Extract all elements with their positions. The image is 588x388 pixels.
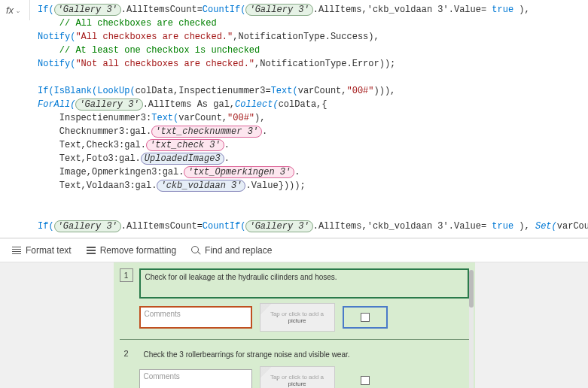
label: Remove formatting (100, 245, 176, 256)
t: .AllItems, (313, 221, 367, 232)
t: CountIf( (203, 221, 246, 232)
canvas-wrap: 1 Check for oil leakage at the hydraulic… (0, 262, 588, 388)
num: 1 (124, 271, 129, 280)
comments-input[interactable]: Comments (139, 369, 252, 388)
t: Inspectienummer3: (38, 113, 151, 123)
label: Format text (26, 245, 72, 256)
t: "00#" (347, 86, 374, 96)
t: "All checkboxes are checked." (75, 32, 233, 42)
t: = (265, 86, 270, 96)
pill: 'txt_check 3' (146, 139, 224, 151)
pill: 'txt_Opmerkingen 3' (184, 166, 294, 178)
formula-bar-row: fx ⌄ If('Gallery 3'.AllItemsCount=CountI… (0, 0, 588, 238)
formula-toolbar: Format text Remove formatting Find and r… (0, 238, 588, 262)
t: Text,Voldaan3:gal. (38, 180, 157, 191)
gallery-item-1: 1 Check for oil leakage at the hydraulic… (120, 268, 469, 299)
t: Checknummer3:gal. (38, 126, 151, 137)
t: "Not all checkboxes are checked." (75, 59, 254, 69)
t: ,NotificationType.Success), (233, 32, 379, 42)
t: IsBlank( (54, 86, 98, 96)
t: Set( (535, 221, 557, 232)
comments-input-selected[interactable]: Comments (139, 306, 252, 329)
t: .AllItems As gal, (143, 99, 235, 110)
t: If( (38, 5, 54, 15)
t: true (492, 221, 513, 232)
label: Find and replace (205, 245, 272, 256)
checkbox-icon (361, 376, 370, 385)
t: ForAll( (38, 99, 75, 110)
t: Text( (151, 113, 178, 123)
checkbox-wrap[interactable] (343, 369, 388, 388)
checkbox-wrap-selected[interactable] (343, 306, 388, 329)
gallery-item-2: 2 Check the 3 rollerbearrings for strang… (120, 347, 469, 362)
ut: Tap or click to add a picture (265, 374, 330, 387)
t: If( (38, 221, 54, 232)
t: colData,{ (279, 99, 328, 110)
remove-formatting-button[interactable]: Remove formatting (87, 245, 176, 256)
description-selected[interactable]: Check for oil leakage at the hydraulic c… (139, 268, 469, 299)
find-replace-button[interactable]: Find and replace (191, 245, 272, 256)
t: If( (38, 86, 54, 96)
pill: UploadedImage3 (141, 153, 224, 165)
t: . (224, 153, 230, 164)
t: Collect( (235, 99, 279, 110)
desc: Check for oil leakage at the hydraulic c… (145, 273, 337, 281)
t: Text,Foto3:gal. (38, 153, 141, 164)
divider (120, 339, 469, 340)
desc: Check the 3 rollerbearrings for strange … (144, 350, 350, 359)
t: varCount,varCount (557, 221, 588, 232)
t: . (262, 126, 267, 137)
formula-editor[interactable]: If('Gallery 3'.AllItemsCount=CountIf('Ga… (30, 0, 588, 238)
t: . (294, 167, 300, 177)
fx-label[interactable]: fx ⌄ (0, 0, 30, 20)
t: ), (254, 113, 265, 123)
remove-formatting-icon (87, 247, 96, 254)
comment: // All checkboxes are checked (38, 18, 217, 29)
comment: // At least one checkbox is unchecked (38, 45, 260, 56)
item-number-box[interactable]: 1 (120, 268, 133, 282)
item-number: 2 (120, 347, 133, 362)
ph: Comments (144, 372, 180, 380)
t: LookUp( (97, 86, 135, 96)
gallery3-pill: 'Gallery 3' (54, 4, 121, 16)
t: 'ckb_voldaan 3' (367, 5, 449, 15)
controls-row-2: Comments Tap or click to add a picture (139, 366, 469, 388)
t: CountIf( (203, 5, 246, 15)
t: 'ckb_voldaan 3' (367, 221, 449, 232)
gallery3-pill: 'Gallery 3' (54, 220, 121, 232)
t: true (492, 5, 513, 15)
t: colData,Inspectienummer3 (136, 86, 266, 96)
t: = (197, 221, 203, 232)
image-upload-1[interactable]: Tap or click to add a picture (260, 303, 335, 332)
t: Text,Check3:gal. (38, 140, 146, 150)
scrollbar-thumb[interactable] (469, 270, 474, 308)
chevron-down-icon: ⌄ (15, 7, 21, 14)
t: Text( (271, 86, 298, 96)
format-text-button[interactable]: Format text (12, 245, 72, 256)
format-text-icon (12, 247, 21, 254)
t: .Value}))); (245, 180, 305, 191)
app-canvas: 1 Check for oil leakage at the hydraulic… (114, 262, 475, 388)
t: Image,Opmerkingen3:gal. (38, 167, 184, 177)
ph: Comments (145, 310, 181, 318)
t: varCount, (178, 113, 227, 123)
pill: 'txt_checknummer 3' (151, 126, 262, 138)
t: ), (513, 221, 535, 232)
gallery3-pill: 'Gallery 3' (75, 99, 142, 111)
t: varCount, (298, 86, 347, 96)
search-icon (191, 246, 200, 255)
t: "00#" (227, 113, 254, 123)
t: ))), (374, 86, 396, 96)
checkbox-icon (361, 313, 370, 322)
t: .AllItemsCount (121, 5, 197, 15)
t: Notify( (38, 32, 75, 42)
fx-text: fx (6, 5, 14, 16)
pill: 'ckb_voldaan 3' (157, 180, 245, 192)
t: ), (513, 5, 530, 15)
t: .Value= (449, 5, 492, 15)
image-upload-2[interactable]: Tap or click to add a picture (260, 366, 335, 388)
t: .AllItems, (313, 5, 367, 15)
controls-row-1: Comments Tap or click to add a picture (139, 303, 469, 332)
t: .AllItemsCount (121, 221, 197, 232)
ut: Tap or click to add a picture (265, 311, 330, 324)
